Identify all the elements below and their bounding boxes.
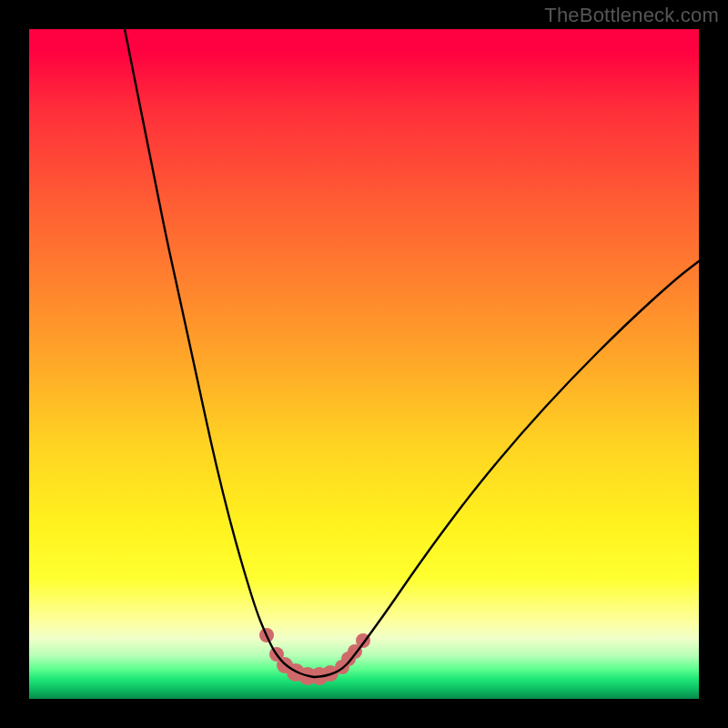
chart-svg — [29, 29, 699, 699]
left-curve — [125, 29, 314, 677]
watermark-text: TheBottleneck.com — [544, 4, 719, 27]
chart-frame: TheBottleneck.com — [0, 0, 728, 728]
right-curve — [314, 261, 699, 677]
plot-area — [29, 29, 699, 699]
